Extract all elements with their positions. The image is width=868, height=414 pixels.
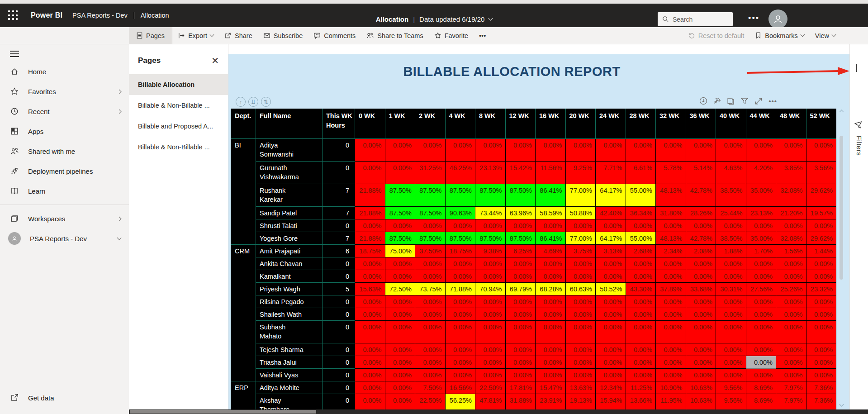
allocation-cell[interactable]: 0.00% — [626, 295, 656, 308]
allocation-cell[interactable]: 33.68% — [686, 282, 716, 295]
drill-up-icon[interactable]: ↑ — [236, 97, 246, 107]
allocation-cell[interactable]: 0.00% — [445, 356, 475, 368]
allocation-cell[interactable]: 0.00% — [716, 308, 746, 320]
column-header[interactable]: 2 WK — [415, 109, 446, 138]
allocation-cell[interactable]: 0.00% — [565, 308, 596, 320]
allocation-cell[interactable]: 6.61% — [626, 161, 656, 184]
allocation-cell[interactable]: 19.57% — [806, 206, 836, 219]
allocation-cell[interactable]: 7.36% — [806, 381, 836, 394]
employee-name-cell[interactable]: Shrusti Talati — [256, 219, 323, 232]
allocation-cell[interactable]: 11.25% — [626, 381, 656, 394]
allocation-cell[interactable]: 0.00% — [445, 308, 475, 320]
allocation-cell[interactable]: 0.00% — [355, 257, 385, 270]
allocation-cell[interactable]: 69.79% — [505, 282, 536, 295]
allocation-cell[interactable]: 10.63% — [686, 381, 716, 394]
allocation-cell[interactable]: 0.00% — [626, 138, 656, 161]
allocation-cell[interactable]: 0.00% — [656, 320, 686, 343]
allocation-cell[interactable]: 0.00% — [536, 343, 566, 356]
allocation-cell[interactable]: 0.00% — [445, 270, 475, 282]
allocation-cell[interactable]: 0.00% — [475, 308, 506, 320]
allocation-cell[interactable]: 0.00% — [656, 257, 686, 270]
allocation-cell[interactable]: 13.63% — [565, 381, 596, 394]
share-to-teams-button[interactable]: Share to Teams — [361, 27, 428, 44]
allocation-cell[interactable]: 60.63% — [565, 282, 596, 295]
allocation-cell[interactable]: 0.00% — [806, 138, 836, 161]
allocation-cell[interactable]: 0.00% — [626, 308, 656, 320]
favorite-button[interactable]: Favorite — [429, 27, 474, 44]
allocation-cell[interactable]: 0.00% — [776, 356, 806, 368]
allocation-cell[interactable]: 5.78% — [656, 161, 686, 184]
allocation-cell[interactable]: 3.56% — [806, 161, 836, 184]
hours-cell[interactable]: 0 — [323, 219, 355, 232]
allocation-cell[interactable]: 0.00% — [716, 270, 746, 282]
allocation-cell[interactable]: 0.00% — [716, 219, 746, 232]
allocation-cell[interactable]: 19.13% — [565, 394, 596, 409]
allocation-cell[interactable]: 0.00% — [475, 368, 506, 381]
allocation-cell[interactable]: 2.34% — [656, 244, 686, 257]
allocation-cell[interactable]: 18.75% — [445, 244, 475, 257]
dept-cell[interactable] — [231, 257, 256, 270]
allocation-cell[interactable]: 0.00% — [596, 295, 626, 308]
employee-name-cell[interactable]: GurunathVishwakarma — [256, 161, 323, 184]
allocation-cell[interactable]: 29.62% — [806, 232, 836, 244]
allocation-cell[interactable]: 31.25% — [415, 161, 446, 184]
allocation-cell[interactable]: 21.88% — [355, 184, 385, 206]
hscrollbar-thumb[interactable] — [130, 410, 316, 414]
allocation-cell[interactable]: 0.00% — [806, 257, 836, 270]
allocation-cell[interactable]: 7.71% — [596, 161, 626, 184]
allocation-cell[interactable]: 3.13% — [596, 244, 626, 257]
column-header[interactable]: 36 WK — [686, 109, 716, 138]
allocation-cell[interactable]: 0.00% — [806, 320, 836, 343]
allocation-cell[interactable]: 7.36% — [806, 394, 836, 409]
allocation-cell[interactable]: 0.00% — [686, 257, 716, 270]
allocation-cell[interactable]: 15.42% — [505, 161, 536, 184]
allocation-cell[interactable]: 7.97% — [776, 381, 806, 394]
allocation-cell[interactable]: 0.00% — [505, 270, 536, 282]
allocation-cell[interactable]: 16.56% — [445, 381, 475, 394]
allocation-cell[interactable]: 0.00% — [415, 138, 446, 161]
page-item-billable-nonbillable-2[interactable]: Billable & Non-Billable ... — [129, 137, 228, 157]
allocation-cell[interactable]: 70.94% — [475, 282, 506, 295]
allocation-cell[interactable]: 0.00% — [565, 320, 596, 343]
dept-cell[interactable]: ERP — [231, 381, 256, 394]
page-item-billable-nonbillable-1[interactable]: Billable & Non-Billable ... — [129, 95, 228, 116]
employee-name-cell[interactable]: Rilsina Pegado — [256, 295, 323, 308]
allocation-cell[interactable]: 0.00% — [355, 394, 385, 409]
allocation-cell[interactable]: 0.00% — [806, 308, 836, 320]
column-header[interactable]: 8 WK — [475, 109, 506, 138]
allocation-cell[interactable]: 0.00% — [505, 295, 536, 308]
comments-button[interactable]: Comments — [308, 27, 361, 44]
visual-more-icon[interactable]: ••• — [768, 97, 777, 105]
allocation-cell[interactable]: 72.50% — [385, 282, 415, 295]
column-header[interactable]: 12 WK — [505, 109, 536, 138]
allocation-cell[interactable]: 68.28% — [536, 282, 566, 295]
drill-down-icon[interactable]: ⇊ — [248, 97, 258, 107]
allocation-cell[interactable]: 0.00% — [355, 308, 385, 320]
allocation-cell[interactable]: 0.00% — [445, 257, 475, 270]
allocation-cell[interactable]: 23.13% — [475, 161, 506, 184]
employee-name-cell[interactable]: RushankKarekar — [256, 184, 323, 206]
data-updated-label[interactable]: Data updated 6/19/20 — [419, 15, 484, 23]
allocation-cell[interactable]: 87.50% — [475, 184, 506, 206]
allocation-cell[interactable]: 0.00% — [536, 295, 566, 308]
column-header[interactable]: 52 WK — [806, 109, 836, 138]
updated-chevron-icon[interactable] — [489, 16, 493, 20]
page-item-billable-allocation[interactable]: Billable Allocation — [129, 74, 228, 95]
allocation-cell[interactable]: 1.44% — [806, 244, 836, 257]
allocation-cell[interactable]: 15.63% — [355, 282, 385, 295]
allocation-cell[interactable]: 0.00% — [505, 343, 536, 356]
allocation-cell[interactable]: 0.00% — [746, 308, 776, 320]
allocation-cell[interactable]: 0.00% — [355, 368, 385, 381]
allocation-cell[interactable]: 0.00% — [656, 138, 686, 161]
dept-cell[interactable] — [231, 295, 256, 308]
allocation-cell[interactable]: 2.68% — [626, 244, 656, 257]
allocation-cell[interactable]: 0.00% — [776, 295, 806, 308]
pages-toggle-button[interactable]: Pages — [129, 27, 172, 44]
allocation-cell[interactable]: 0.00% — [686, 295, 716, 308]
allocation-cell[interactable]: 31.88% — [505, 394, 536, 409]
allocation-cell[interactable]: 0.00% — [656, 270, 686, 282]
allocation-cell[interactable]: 0.00% — [385, 270, 415, 282]
allocation-cell[interactable]: 21.88% — [355, 232, 385, 244]
allocation-cell[interactable]: 15.94% — [596, 394, 626, 409]
allocation-cell[interactable]: 0.00% — [686, 138, 716, 161]
